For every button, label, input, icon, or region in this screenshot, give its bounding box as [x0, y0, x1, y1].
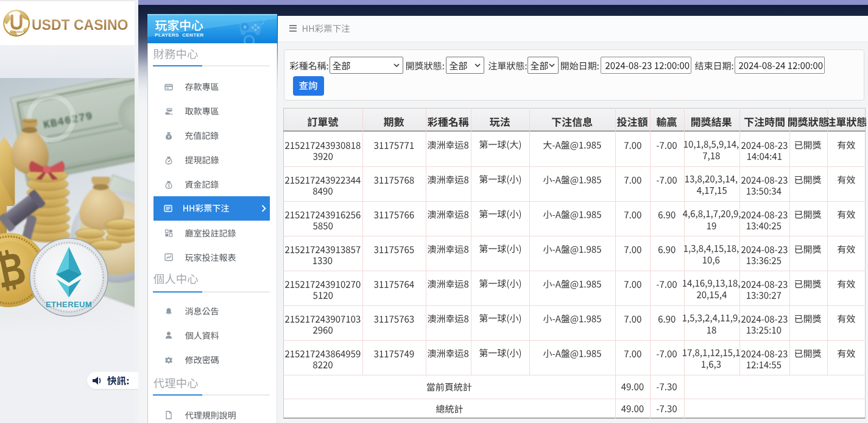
svg-text:Casino: Casino [10, 29, 23, 33]
svg-text:¥: ¥ [168, 135, 170, 139]
svg-text:$: $ [168, 183, 170, 187]
